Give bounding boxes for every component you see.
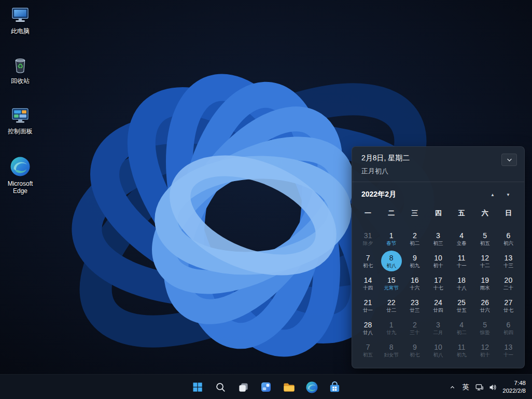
desktop-icon-label: 回收站	[11, 77, 30, 85]
weekday-label: 四	[426, 205, 450, 222]
caret-up-icon: ▲	[491, 192, 495, 197]
calendar-day-cell[interactable]: 13十三	[497, 250, 520, 272]
calendar-collapse-button[interactable]	[501, 154, 517, 166]
calendar-day-cell[interactable]: 11初九	[450, 339, 473, 361]
desktop-icon-recycle-bin[interactable]: ♻ 回收站	[2, 55, 38, 85]
calendar-day-cell[interactable]: 10初八	[426, 339, 450, 361]
calendar-day-cell[interactable]: 31除夕	[356, 227, 380, 250]
search-icon	[215, 381, 227, 393]
task-view-icon	[237, 381, 249, 393]
calendar-day-cell[interactable]: 2三十	[403, 317, 426, 339]
control-panel-icon	[10, 105, 30, 125]
calendar-header: 2月8日, 星期二 正月初八	[352, 147, 524, 182]
clock[interactable]: 7:48 2022/2/8	[499, 379, 531, 395]
calendar-day-cell[interactable]: 3初三	[426, 227, 450, 250]
caret-down-icon: ▼	[506, 192, 510, 197]
calendar-date-title: 2月8日, 星期二	[361, 154, 410, 163]
desktop-icon-label: Microsoft Edge	[2, 180, 38, 195]
calendar-day-cell[interactable]: 4初二	[450, 317, 473, 339]
calendar-day-cell[interactable]: 19雨水	[473, 272, 497, 294]
ime-language-button[interactable]: 英	[459, 377, 472, 397]
start-button[interactable]	[187, 377, 208, 397]
file-explorer-button[interactable]	[278, 377, 299, 397]
volume-button[interactable]	[486, 377, 499, 397]
svg-text:♻: ♻	[17, 62, 23, 70]
calendar-day-cell[interactable]: 26廿六	[473, 294, 497, 317]
chevron-up-icon	[449, 384, 456, 391]
calendar-day-cell[interactable]: 6初六	[497, 227, 520, 250]
calendar-day-cell[interactable]: 15元宵节	[380, 272, 403, 294]
desktop-icon-control-panel[interactable]: 控制面板	[2, 105, 38, 135]
chevron-down-icon	[507, 158, 512, 162]
calendar-day-cell[interactable]: 18十八	[450, 272, 473, 294]
widgets-button[interactable]	[256, 377, 276, 397]
calendar-prev-month-button[interactable]: ▲	[485, 188, 500, 201]
weekday-label: 三	[403, 205, 426, 222]
edge-icon	[305, 381, 318, 394]
calendar-day-cell[interactable]: 22廿二	[380, 294, 403, 317]
microsoft-edge-icon	[9, 156, 31, 177]
calendar-day-cell[interactable]: 2初二	[403, 227, 426, 250]
calendar-day-cell[interactable]: 14十四	[356, 272, 380, 294]
speaker-icon	[488, 383, 497, 392]
calendar-day-cell[interactable]: 8初八	[380, 250, 403, 272]
calendar-day-cell[interactable]: 20二十	[497, 272, 520, 294]
recycle-bin-icon: ♻	[10, 55, 30, 75]
calendar-next-month-button[interactable]: ▼	[500, 188, 516, 201]
network-button[interactable]	[472, 377, 486, 397]
calendar-day-cell[interactable]: 1廿九	[380, 317, 403, 339]
calendar-flyout: 2月8日, 星期二 正月初八 2022年2月 ▲ ▼ 一二三四五六日31除夕1春…	[352, 146, 525, 368]
calendar-day-cell[interactable]: 27廿七	[497, 294, 520, 317]
calendar-day-cell[interactable]: 4立春	[450, 227, 473, 250]
calendar-grid: 一二三四五六日31除夕1春节2初二3初三4立春5初五6初六7初七8初八9初九10…	[352, 205, 524, 364]
desktop-icon-label: 控制面板	[8, 128, 33, 135]
task-view-button[interactable]	[233, 377, 254, 397]
weekday-label: 六	[473, 205, 497, 222]
calendar-day-cell[interactable]: 12十二	[473, 250, 497, 272]
calendar-day-cell[interactable]: 28廿八	[356, 317, 380, 339]
hidden-icons-button[interactable]	[445, 377, 459, 397]
calendar-day-cell[interactable]: 7初五	[356, 339, 380, 361]
calendar-day-cell[interactable]: 5惊蛰	[473, 317, 497, 339]
calendar-month-row: 2022年2月 ▲ ▼	[352, 182, 524, 205]
ime-language-label: 英	[463, 382, 469, 392]
calendar-month-label: 2022年2月	[361, 190, 485, 199]
taskbar-center-icons	[187, 375, 345, 399]
calendar-day-cell[interactable]: 24廿四	[426, 294, 450, 317]
calendar-day-cell[interactable]: 5初五	[473, 227, 497, 250]
calendar-day-cell[interactable]: 21廿一	[356, 294, 380, 317]
calendar-day-cell[interactable]: 10初十	[426, 250, 450, 272]
calendar-day-cell[interactable]: 11十一	[450, 250, 473, 272]
calendar-lunar-subtitle: 正月初八	[361, 167, 410, 176]
calendar-day-cell[interactable]: 23廿三	[403, 294, 426, 317]
weekday-label: 一	[356, 205, 380, 222]
calendar-day-cell[interactable]: 12初十	[473, 339, 497, 361]
calendar-day-cell[interactable]: 9初九	[403, 250, 426, 272]
calendar-day-cell[interactable]: 7初七	[356, 250, 380, 272]
system-tray: 英 7:48 2022/2/8	[445, 375, 531, 399]
this-pc-icon	[10, 5, 30, 25]
calendar-day-cell[interactable]: 3二月	[426, 317, 450, 339]
widgets-icon	[260, 381, 272, 393]
search-button[interactable]	[210, 377, 231, 397]
calendar-day-cell[interactable]: 16十六	[403, 272, 426, 294]
calendar-day-cell[interactable]: 13十一	[497, 339, 520, 361]
file-explorer-icon	[283, 381, 296, 394]
calendar-day-cell[interactable]: 25廿五	[450, 294, 473, 317]
edge-button[interactable]	[301, 377, 322, 397]
desktop-icon-this-pc[interactable]: 此电脑	[2, 5, 38, 35]
calendar-day-cell[interactable]: 17十七	[426, 272, 450, 294]
desktop-icon-label: 此电脑	[11, 27, 30, 35]
clock-time: 7:48	[502, 379, 526, 387]
calendar-day-cell[interactable]: 1春节	[380, 227, 403, 250]
windows-logo-icon	[191, 381, 204, 393]
microsoft-store-icon	[328, 381, 341, 394]
clock-date: 2022/2/8	[502, 387, 526, 395]
desktop-icon-microsoft-edge[interactable]: Microsoft Edge	[2, 156, 38, 195]
calendar-day-cell[interactable]: 8妇女节	[380, 339, 403, 361]
calendar-day-cell[interactable]: 6初四	[497, 317, 520, 339]
weekday-label: 五	[450, 205, 473, 222]
calendar-day-cell[interactable]: 9初七	[403, 339, 426, 361]
microsoft-store-button[interactable]	[324, 377, 345, 397]
weekday-label: 二	[380, 205, 403, 222]
